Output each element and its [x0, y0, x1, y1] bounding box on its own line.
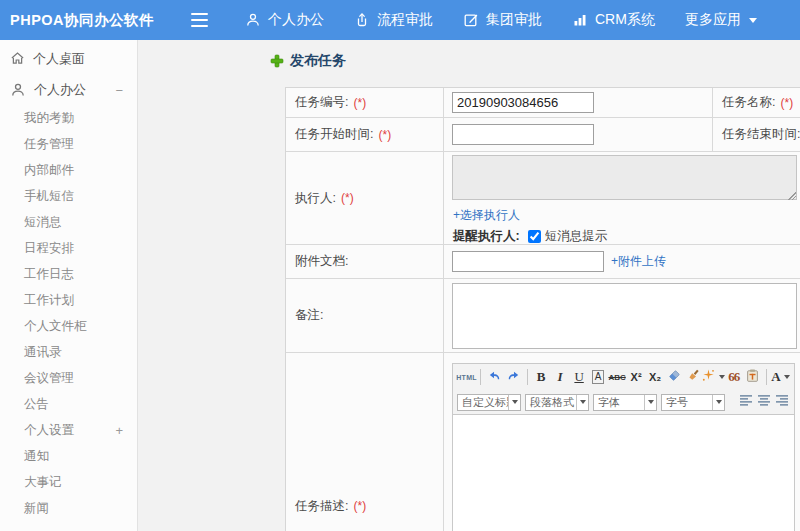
sidebar-item-label: 公告	[24, 396, 49, 413]
effects-button[interactable]	[704, 367, 723, 387]
resize-grip-icon[interactable]	[788, 192, 796, 200]
superscript-button[interactable]: X²	[628, 367, 644, 387]
sidebar-item-short-message[interactable]: 短消息	[0, 209, 137, 235]
custom-title-select[interactable]: 自定义标题	[457, 394, 521, 411]
sidebar-item-label: 内部邮件	[24, 162, 74, 179]
sidebar-item-announcement[interactable]: 公告	[0, 391, 137, 417]
sidebar-item-label: 个人办公	[34, 81, 86, 99]
font-color-button[interactable]: A	[773, 367, 789, 387]
nav-item-more-apps[interactable]: 更多应用	[670, 0, 773, 40]
sidebar-item-label: 手机短信	[24, 188, 74, 205]
align-center-icon	[757, 393, 771, 411]
start-time-input[interactable]	[452, 124, 594, 145]
caret-down-icon	[784, 375, 790, 379]
bold-button[interactable]: B	[533, 367, 549, 387]
subscript-button[interactable]: X₂	[647, 367, 663, 387]
font-size-select[interactable]: 字号	[661, 394, 725, 411]
caret-down-icon	[748, 16, 758, 24]
user-icon	[10, 82, 26, 98]
add-plus-icon	[270, 54, 284, 68]
undo-button[interactable]	[486, 367, 502, 387]
attachment-input[interactable]	[452, 251, 604, 272]
task-no-input[interactable]	[452, 92, 594, 113]
redo-button[interactable]	[505, 367, 521, 387]
sidebar-item-contacts[interactable]: 通讯录	[0, 339, 137, 365]
executor-label: 执行人:(*)	[286, 152, 444, 244]
bar-chart-icon	[572, 12, 588, 28]
sidebar-item-label: 通知	[24, 448, 49, 465]
description-label: 任务描述:(*)	[286, 353, 444, 531]
caret-down-icon	[719, 375, 725, 379]
sidebar-item-personal-desktop[interactable]: 个人桌面	[0, 43, 137, 74]
sidebar-item-personal-office[interactable]: 个人办公−	[0, 74, 137, 105]
caret-down-icon	[576, 395, 588, 410]
remark-textarea[interactable]	[452, 283, 797, 349]
sidebar-item-news[interactable]: 新闻	[0, 495, 137, 521]
sidebar-item-label: 个人设置	[24, 422, 74, 439]
sms-remind-checkbox[interactable]	[528, 230, 541, 243]
sidebar-item-personal-files[interactable]: 个人文件柜	[0, 313, 137, 339]
menu-toggle-icon[interactable]	[191, 13, 208, 27]
home-icon	[10, 51, 25, 66]
nav-item-workflow-approval[interactable]: 流程审批	[339, 0, 448, 40]
nav-item-label: 个人办公	[268, 11, 324, 29]
sidebar-item-label: 我的考勤	[24, 110, 74, 127]
sidebar-item-my-attendance[interactable]: 我的考勤	[0, 105, 137, 131]
font-family-select[interactable]: 字体	[593, 394, 657, 411]
app-logo: PHPOA协同办公软件	[10, 0, 154, 40]
attachment-upload-link[interactable]: +附件上传	[611, 253, 666, 270]
sidebar-item-notice[interactable]: 通知	[0, 443, 137, 469]
align-justify-button[interactable]	[793, 393, 794, 411]
sidebar-item-label: 新闻	[24, 500, 49, 517]
executor-textarea[interactable]	[452, 155, 797, 200]
font-style-button[interactable]: A	[590, 367, 606, 387]
underline-button[interactable]: U	[571, 367, 587, 387]
align-right-icon	[775, 393, 789, 411]
collapse-toggle-icon[interactable]: −	[115, 82, 123, 97]
align-right-button[interactable]	[775, 393, 789, 411]
align-center-button[interactable]	[757, 393, 771, 411]
toolbar-separator	[527, 369, 528, 385]
undo-icon	[487, 368, 502, 387]
paste-text-button[interactable]	[745, 367, 761, 387]
sidebar-item-work-log[interactable]: 工作日志	[0, 261, 137, 287]
sidebar-item-big-events[interactable]: 大事记	[0, 469, 137, 495]
align-justify-icon	[793, 393, 794, 411]
italic-button[interactable]: I	[552, 367, 568, 387]
remark-label: 备注:	[286, 279, 444, 352]
sidebar-item-internal-mail[interactable]: 内部邮件	[0, 157, 137, 183]
sidebar-item-task-management[interactable]: 任务管理	[0, 131, 137, 157]
paragraph-format-select[interactable]: 段落格式	[525, 394, 589, 411]
caret-down-icon	[644, 395, 656, 410]
form-row-start-time: 任务开始时间:(*) 任务结束时间:(*)	[286, 118, 800, 152]
sidebar-item-work-plan[interactable]: 工作计划	[0, 287, 137, 313]
sidebar-item-mobile-sms[interactable]: 手机短信	[0, 183, 137, 209]
align-left-icon	[739, 393, 753, 411]
source-code-button[interactable]: HTML	[459, 367, 475, 387]
sidebar-item-label: 个人桌面	[33, 50, 85, 68]
sidebar-item-meeting-management[interactable]: 会议管理	[0, 365, 137, 391]
expand-toggle-icon[interactable]: +	[115, 423, 123, 438]
sidebar-item-personal-settings[interactable]: 个人设置+	[0, 417, 137, 443]
select-executor-link[interactable]: +选择执行人	[453, 208, 520, 222]
attachment-label: 附件文档:	[286, 245, 444, 278]
task-no-label: 任务编号:(*)	[286, 88, 444, 117]
nav-item-label: 更多应用	[685, 11, 741, 29]
editor-content-area[interactable]	[453, 415, 794, 531]
blockquote-button[interactable]: 66	[726, 367, 742, 387]
nav-item-group-approval[interactable]: 集团审批	[448, 0, 557, 40]
sms-remind-checkbox-label: 短消息提示	[545, 228, 608, 245]
strikethrough-button[interactable]: ABC	[609, 367, 625, 387]
workflow-icon	[354, 12, 370, 28]
rich-text-editor: HTMLBIUAABCX²X₂66A 自定义标题段落格式字体字号	[452, 363, 795, 531]
clipboard-icon	[745, 368, 760, 387]
nav-item-crm-system[interactable]: CRM系统	[557, 0, 670, 40]
remove-format-button[interactable]	[666, 367, 682, 387]
format-painter-button[interactable]	[685, 367, 701, 387]
align-left-button[interactable]	[739, 393, 753, 411]
nav-item-label: 流程审批	[377, 11, 433, 29]
nav-item-personal-office[interactable]: 个人办公	[230, 0, 339, 40]
sidebar-item-label: 个人文件柜	[24, 318, 87, 335]
nav-item-label: CRM系统	[595, 11, 655, 29]
sidebar-item-schedule[interactable]: 日程安排	[0, 235, 137, 261]
